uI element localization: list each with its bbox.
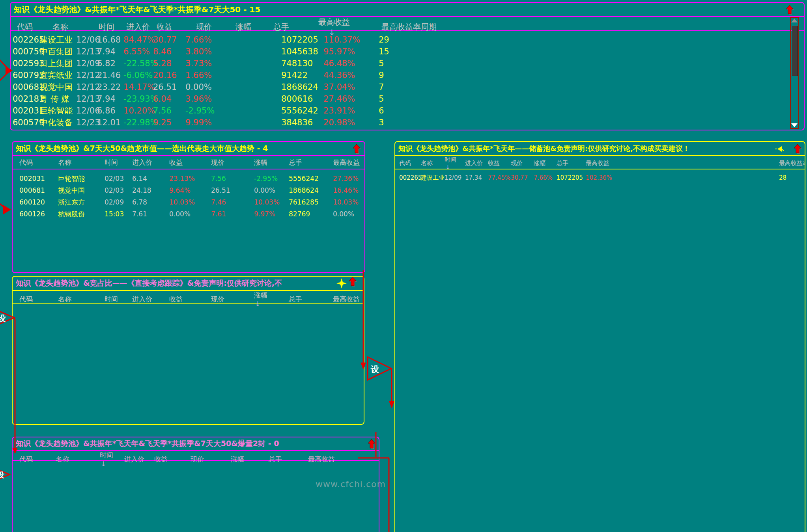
- column-header[interactable]: 代码: [19, 295, 58, 304]
- pool-reserve-title-bar[interactable]: 知识《龙头趋势池》&共振年*飞天年——储蓄池&免责声明:仅供研究讨论,不构成买卖…: [395, 142, 805, 156]
- scrollbar-thumb[interactable]: [792, 26, 798, 76]
- pool-comp-title[interactable]: 知识《龙头趋势池》&竞占比——《直接考虑跟踪》&免责声明:仅供研究讨论,不: [16, 278, 282, 288]
- column-header[interactable]: 名称: [58, 295, 105, 304]
- pool-main-title[interactable]: 知识《龙头趋势池》&共振年*飞天年&飞天季*共振季&7天大50 - 15: [14, 4, 260, 15]
- table-row[interactable]: 600120浙江东方02/096.7810.03%7.4610.03%76162…: [13, 196, 364, 208]
- column-header[interactable]: 涨幅: [534, 160, 557, 167]
- column-header[interactable]: 最高收益: [333, 158, 364, 167]
- table-row[interactable]: 600579中化装备12/2312.01-22.98%9.259.99%3848…: [11, 117, 804, 128]
- pool-burst-title-bar[interactable]: 知识《龙头趋势池》&共振年*飞天年&飞天季*共振季&7天大50&爆量2封 - 0: [13, 437, 379, 451]
- column-header[interactable]: 涨幅: [231, 455, 269, 464]
- column-header[interactable]: 最高收益: [586, 160, 779, 167]
- column-header[interactable]: 总手: [281, 22, 323, 32]
- table-cell: 82769: [289, 210, 333, 218]
- scrollbar-down-arrow[interactable]: [791, 123, 798, 127]
- column-header[interactable]: 收益: [488, 160, 511, 167]
- column-header[interactable]: 名称: [56, 455, 100, 464]
- up-arrow-icon[interactable]: [349, 277, 357, 288]
- table-cell: 37.04%: [323, 82, 379, 92]
- column-header[interactable]: 收益: [169, 295, 211, 304]
- column-header[interactable]: 现价: [191, 455, 231, 464]
- pool-burst-table-header[interactable]: 代码名称时间↓进入价收益现价涨幅总手最高收益: [13, 451, 379, 461]
- table-cell: 002593: [13, 59, 39, 68]
- column-header[interactable]: 总手: [269, 455, 308, 464]
- column-header[interactable]: 进入价: [465, 160, 488, 167]
- column-header[interactable]: 收益: [169, 158, 211, 167]
- table-row[interactable]: 600793宜宾纸业12/1221.46-6.06%20.161.66%9142…: [11, 69, 804, 81]
- table-cell: 10.03%: [254, 198, 289, 206]
- pool-mcap-title[interactable]: 知识《龙头趋势池》&7天大50&趋龙市值——选出代表走大市值大趋势 - 4: [16, 143, 268, 154]
- column-header[interactable]: 现价: [153, 22, 185, 32]
- pool-burst-title[interactable]: 知识《龙头趋势池》&共振年*飞天年&飞天季*共振季&7天大50&爆量2封 - 0: [16, 439, 279, 449]
- column-header[interactable]: 代码: [19, 455, 56, 464]
- table-cell: 10.03%: [333, 198, 364, 206]
- column-header[interactable]: 进入价: [132, 158, 169, 167]
- table-cell: 24.18: [132, 186, 169, 194]
- column-header[interactable]: 现价: [211, 295, 254, 304]
- pool-main-table-body: 002265建设工业12/0616.6884.47%30.777.66%1072…: [11, 31, 804, 128]
- pool-reserve-title[interactable]: 知识《龙头趋势池》&共振年*飞天年——储蓄池&免责声明:仅供研究讨论,不构成买卖…: [398, 144, 690, 153]
- column-header[interactable]: 名称: [58, 158, 105, 167]
- table-cell: 0.00%: [185, 82, 281, 92]
- column-header[interactable]: 时间: [105, 295, 132, 304]
- table-row[interactable]: 002031巨轮智能02/036.1423.13%7.56-2.95%55562…: [13, 173, 364, 184]
- table-cell: 29: [379, 35, 804, 45]
- table-row[interactable]: 002265建设工业12/0616.6884.47%30.777.66%1072…: [11, 34, 804, 46]
- up-arrow-icon[interactable]: [368, 439, 376, 451]
- column-header[interactable]: 总手: [557, 160, 586, 167]
- pool-main-table-header[interactable]: 代码名称时间进入价收益现价涨幅总手最高收益↓最高收益率周期: [11, 17, 804, 31]
- column-header[interactable]: 时间: [105, 158, 132, 167]
- table-row[interactable]: 600126杭钢股份15:037.610.00%7.619.97%827690.…: [13, 208, 364, 220]
- column-header[interactable]: 最高收益率周期: [379, 22, 804, 32]
- column-header[interactable]: 现价: [211, 158, 254, 167]
- column-header[interactable]: 进入价: [132, 295, 169, 304]
- up-arrow-icon[interactable]: [353, 144, 361, 156]
- column-header[interactable]: 时间: [76, 22, 97, 32]
- pool-panel-market-cap: 知识《龙头趋势池》&7天大50&趋龙市值——选出代表走大市值大趋势 - 4 代码…: [12, 141, 365, 273]
- pool-main-title-bar[interactable]: 知识《龙头趋势池》&共振年*飞天年&飞天季*共振季&7天大50 - 15: [11, 3, 804, 17]
- column-header[interactable]: 最高收益↓: [323, 17, 379, 37]
- table-row[interactable]: 002593日上集团12/096.82-22.58%5.283.73%74813…: [11, 58, 804, 69]
- column-header[interactable]: 进入价: [97, 22, 123, 32]
- up-arrow-icon[interactable]: [786, 5, 794, 17]
- column-header[interactable]: 代码: [19, 158, 58, 167]
- up-arrow-icon[interactable]: [794, 144, 802, 156]
- table-cell: 000681: [13, 82, 39, 92]
- column-header[interactable]: 最高收益: [308, 455, 379, 464]
- table-row[interactable]: 002031巨轮智能12/066.8610.20%7.56-2.95%55562…: [11, 105, 804, 117]
- column-header[interactable]: 最高收益: [333, 295, 364, 304]
- column-header[interactable]: 收益: [123, 22, 153, 32]
- pool-mcap-table-header[interactable]: 代码名称时间进入价收益现价涨幅总手最高收益: [13, 156, 364, 169]
- column-header[interactable]: 涨幅↓: [254, 291, 289, 308]
- column-header[interactable]: 现价: [511, 160, 534, 167]
- pool-comp-title-bar[interactable]: 知识《龙头趋势池》&竞占比——《直接考虑跟踪》&免责声明:仅供研究讨论,不: [13, 277, 364, 291]
- table-row[interactable]: 000681视觉中国12/1223.2214.17%26.510.00%1868…: [11, 81, 804, 93]
- table-cell: 23.91%: [323, 106, 379, 115]
- marker-flag-label: 设: [370, 365, 379, 374]
- column-header[interactable]: 名称: [39, 22, 76, 32]
- column-header[interactable]: 时间↓: [445, 156, 465, 171]
- column-header[interactable]: 代码: [399, 160, 421, 167]
- pool-comp-table-header[interactable]: 代码名称时间进入价收益现价涨幅↓总手最高收益: [13, 291, 364, 304]
- pool-mcap-title-bar[interactable]: 知识《龙头趋势池》&7天大50&趋龙市值——选出代表走大市值大趋势 - 4: [13, 142, 364, 156]
- column-header[interactable]: 进入价: [124, 455, 154, 464]
- sort-arrow-icon: ↓: [445, 164, 465, 171]
- column-header[interactable]: 涨幅: [185, 22, 281, 32]
- column-header[interactable]: 总手: [289, 158, 333, 167]
- column-header[interactable]: 时间↓: [100, 451, 124, 468]
- column-header[interactable]: 收益: [154, 455, 191, 464]
- table-cell: 12/13: [76, 47, 97, 56]
- column-header[interactable]: 代码: [13, 22, 39, 32]
- vertical-scrollbar[interactable]: [790, 17, 799, 129]
- pool-reserve-table-header[interactable]: 代码名称时间↓进入价收益现价涨幅总手最高收益最高收益率周期: [395, 156, 805, 169]
- table-row[interactable]: 000681视觉中国02/0324.189.64%26.510.00%18686…: [13, 184, 364, 196]
- scrollbar-up-arrow[interactable]: [791, 19, 798, 22]
- column-header[interactable]: 涨幅: [254, 158, 289, 167]
- column-header[interactable]: 名称: [421, 160, 445, 167]
- table-row[interactable]: 002181粤 传 媒12/137.94-23.93%6.043.96%8006…: [11, 93, 804, 105]
- table-row[interactable]: 000759中百集团12/137.946.55%8.463.80%1045638…: [11, 46, 804, 58]
- table-cell: 6.86: [97, 106, 123, 115]
- column-header[interactable]: 最高收益率周期: [779, 160, 805, 167]
- table-row[interactable]: 002265建设工业12/0917.3477.45%30.777.66%1072…: [395, 172, 805, 184]
- column-header[interactable]: 总手: [289, 295, 333, 304]
